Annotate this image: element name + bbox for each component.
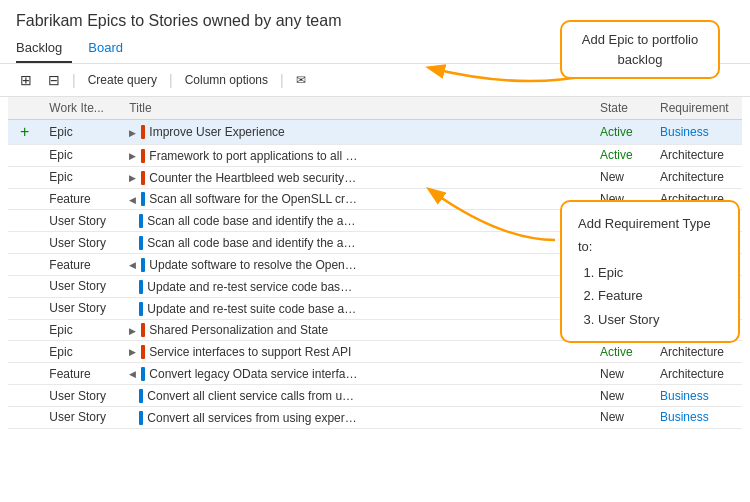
color-bar (141, 125, 145, 139)
title-text: Scan all software for the OpenSLL crypto… (149, 192, 359, 206)
color-bar (139, 214, 143, 228)
requirement-cell: Architecture (652, 363, 742, 385)
work-type-cell: Feature (41, 254, 121, 276)
title-text: Scan all code base and identify the affe… (147, 236, 357, 250)
color-bar (141, 323, 145, 337)
title-cell[interactable]: ▶Framework to port applications to all d… (121, 145, 592, 167)
work-type-cell: User Story (41, 297, 121, 319)
expand-icon[interactable]: ◀ (129, 195, 139, 205)
separator-3: | (280, 72, 284, 88)
color-bar (139, 236, 143, 250)
expand-icon[interactable]: ▶ (129, 326, 139, 336)
state-cell: New (592, 166, 652, 188)
color-bar (141, 258, 145, 272)
title-text: Scan all code base and identify the affe… (147, 214, 357, 228)
add-item-button[interactable]: + (16, 123, 33, 141)
tab-board[interactable]: Board (88, 36, 133, 63)
work-type-cell: Epic (41, 166, 121, 188)
state-cell: Active (592, 120, 652, 145)
col-requirement[interactable]: Requirement (652, 97, 742, 120)
title-cell[interactable]: ▶Improve User Experience (121, 120, 592, 145)
annotation-right: Add Requirement Type to: Epic Feature Us… (560, 200, 740, 343)
title-cell[interactable]: Update and re-test service code base af.… (121, 275, 592, 297)
separator-2: | (169, 72, 173, 88)
table-row[interactable]: Epic▶Counter the Heartbleed web security… (8, 166, 742, 188)
annotation-item-2: Feature (598, 284, 722, 307)
color-bar (141, 149, 145, 163)
work-type-cell: User Story (41, 232, 121, 254)
title-text: Counter the Heartbleed web security bug (149, 171, 359, 185)
table-row[interactable]: Epic▶Framework to port applications to a… (8, 145, 742, 167)
title-cell[interactable]: Scan all code base and identify the affe… (121, 232, 592, 254)
title-text: Update and re-test service code base af.… (147, 280, 357, 294)
title-cell[interactable]: ▶Counter the Heartbleed web security bug (121, 166, 592, 188)
column-options-button[interactable]: Column options (181, 71, 272, 89)
table-row[interactable]: User StoryConvert all client service cal… (8, 385, 742, 407)
col-title[interactable]: Title (121, 97, 592, 120)
title-text: Update software to resolve the OpenSLL c… (149, 258, 359, 272)
title-cell[interactable]: ▶Service interfaces to support Rest API (121, 341, 592, 363)
separator-1: | (72, 72, 76, 88)
color-bar (141, 171, 145, 185)
title-cell[interactable]: ◀Scan all software for the OpenSLL crypt… (121, 188, 592, 210)
create-query-button[interactable]: Create query (84, 71, 161, 89)
table-row[interactable]: Epic▶Service interfaces to support Rest … (8, 341, 742, 363)
column-options-label: Column options (185, 73, 268, 87)
expand-all-icon: ⊞ (20, 72, 32, 88)
state-cell: New (592, 406, 652, 428)
expand-icon[interactable]: ◀ (129, 369, 139, 379)
requirement-cell: Architecture (652, 166, 742, 188)
annotation-top: Add Epic to portfolio backlog (560, 20, 720, 79)
annotation-right-list: Epic Feature User Story (578, 261, 722, 331)
collapse-all-icon: ⊟ (48, 72, 60, 88)
expand-icon[interactable]: ▶ (129, 173, 139, 183)
title-cell[interactable]: Update and re-test suite code base affe.… (121, 297, 592, 319)
title-text: Improve User Experience (149, 125, 284, 139)
title-cell[interactable]: ◀Update software to resolve the OpenSLL … (121, 254, 592, 276)
title-cell[interactable]: ▶Shared Personalization and State (121, 319, 592, 341)
expand-icon[interactable]: ▶ (129, 151, 139, 161)
state-cell: Active (592, 341, 652, 363)
title-text: Convert legacy OData service interfaces … (149, 367, 359, 381)
annotation-item-3: User Story (598, 308, 722, 331)
title-text: Shared Personalization and State (149, 323, 328, 337)
requirement-cell: Architecture (652, 145, 742, 167)
title-text: Convert all services from using experim.… (147, 411, 357, 425)
title-text: Update and re-test suite code base affe.… (147, 302, 357, 316)
requirement-cell: Business (652, 406, 742, 428)
expand-icon[interactable]: ▶ (129, 347, 139, 357)
table-row[interactable]: +Epic▶Improve User ExperienceActiveBusin… (8, 120, 742, 145)
col-add (8, 97, 41, 120)
work-type-cell: Epic (41, 341, 121, 363)
requirement-cell: Business (652, 385, 742, 407)
title-text: Convert all client service calls from us… (147, 389, 357, 403)
color-bar (141, 192, 145, 206)
annotation-item-1: Epic (598, 261, 722, 284)
table-row[interactable]: User StoryConvert all services from usin… (8, 406, 742, 428)
color-bar (141, 367, 145, 381)
work-type-cell: User Story (41, 406, 121, 428)
color-bar (139, 280, 143, 294)
work-type-cell: User Story (41, 275, 121, 297)
work-type-cell: Epic (41, 120, 121, 145)
title-cell[interactable]: Convert all services from using experim.… (121, 406, 592, 428)
title-cell[interactable]: Scan all code base and identify the affe… (121, 210, 592, 232)
expand-icon[interactable]: ▶ (129, 128, 139, 138)
work-type-cell: Epic (41, 145, 121, 167)
tab-backlog[interactable]: Backlog (16, 36, 72, 63)
title-cell[interactable]: Convert all client service calls from us… (121, 385, 592, 407)
work-type-cell: Feature (41, 363, 121, 385)
expand-all-button[interactable]: ⊞ (16, 70, 36, 90)
title-text: Framework to port applications to all de… (149, 149, 359, 163)
title-cell[interactable]: ◀Convert legacy OData service interfaces… (121, 363, 592, 385)
work-type-cell: Epic (41, 319, 121, 341)
col-state[interactable]: State (592, 97, 652, 120)
mail-icon: ✉ (296, 73, 306, 87)
col-workitem[interactable]: Work Ite... (41, 97, 121, 120)
expand-icon[interactable]: ◀ (129, 260, 139, 270)
mail-button[interactable]: ✉ (292, 71, 310, 89)
state-cell: New (592, 385, 652, 407)
color-bar (139, 411, 143, 425)
table-row[interactable]: Feature◀Convert legacy OData service int… (8, 363, 742, 385)
collapse-all-button[interactable]: ⊟ (44, 70, 64, 90)
